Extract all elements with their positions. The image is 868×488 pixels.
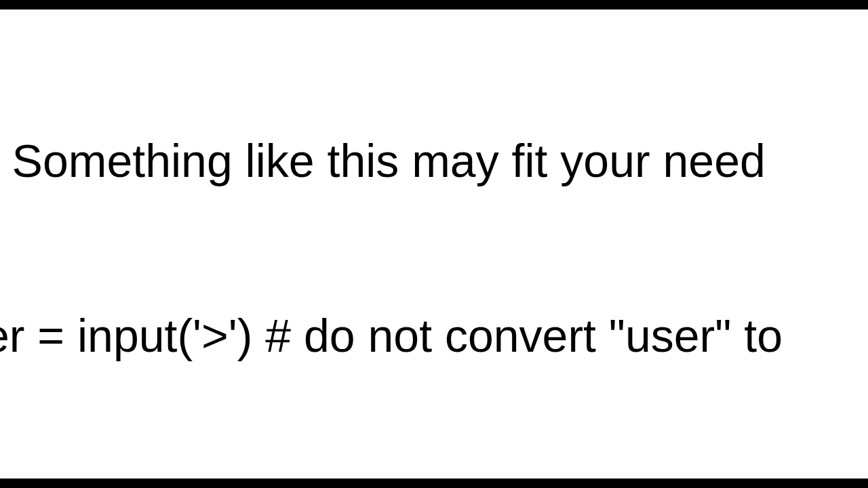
text-line: if user in string.ascii_lowercase: # if … <box>0 481 791 488</box>
cropped-text-frame: 3: Something like this may fit your need… <box>0 0 868 488</box>
text-line: 3: Something like this may fit your need <box>0 131 791 190</box>
text-line: ser = input('>') # do not convert "user"… <box>0 306 791 365</box>
code-explanation-text: 3: Something like this may fit your need… <box>0 15 791 488</box>
